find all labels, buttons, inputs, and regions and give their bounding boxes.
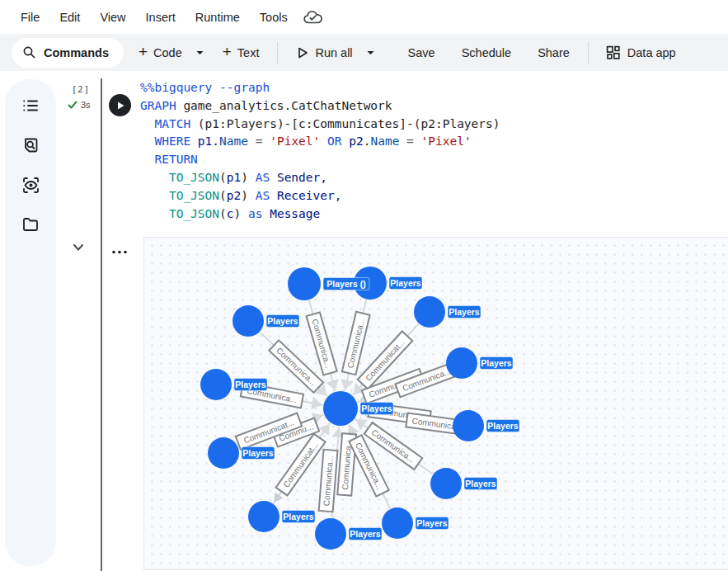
execution-status: 3s: [68, 100, 91, 110]
node-label: Players: [416, 518, 448, 528]
code-line: %%bigquery --graph: [140, 79, 500, 97]
graph-node[interactable]: [446, 347, 477, 379]
menu-tools[interactable]: Tools: [260, 11, 288, 24]
chevron-down-icon: [195, 50, 204, 56]
save-label: Save: [408, 46, 435, 59]
graph-node[interactable]: [248, 501, 279, 532]
graph-node[interactable]: [430, 468, 462, 499]
code-line: TO_JSON(p2) AS Receiver,: [140, 187, 500, 205]
graph-node[interactable]: [232, 305, 264, 337]
run-all-button[interactable]: Run all: [288, 38, 360, 68]
schedule-button[interactable]: Schedule: [453, 38, 519, 68]
graph-node[interactable]: [414, 296, 445, 328]
collapse-output-chevron[interactable]: [72, 241, 85, 256]
table-of-contents-icon[interactable]: [21, 97, 40, 115]
node-label: Players (): [326, 279, 365, 289]
run-all-label: Run all: [315, 46, 352, 59]
menu-file[interactable]: File: [21, 11, 40, 24]
node-label: Players: [390, 278, 421, 288]
node-label: Players: [267, 316, 298, 326]
graph-node[interactable]: [315, 518, 346, 550]
node-label: Players: [449, 307, 480, 317]
edge-label: Communica...: [319, 450, 338, 512]
graph-node[interactable]: [200, 369, 232, 400]
graph-node[interactable]: [208, 437, 239, 469]
code-line: RETURN: [140, 151, 500, 169]
plus-icon: +: [223, 44, 232, 59]
menu-runtime[interactable]: Runtime: [195, 11, 240, 24]
left-sidebar: [5, 79, 56, 566]
toolbar: Commands + Code + Text Run all Save Sche…: [0, 34, 728, 71]
add-code-label: Code: [153, 46, 182, 59]
node-label: Players: [283, 512, 314, 521]
edge-label: Communica...: [307, 312, 337, 375]
add-code-dropdown[interactable]: [190, 38, 209, 68]
add-text-button[interactable]: + Text: [214, 38, 268, 68]
edge-arrowhead: [311, 397, 322, 410]
play-icon: [115, 101, 125, 111]
run-all-dropdown[interactable]: [361, 38, 380, 68]
graph-node[interactable]: [453, 410, 484, 441]
search-icon: [22, 45, 36, 59]
graph-output-panel[interactable]: Communica...Communica...Communicat...Com…: [143, 237, 728, 570]
code-line: TO_JSON(p1) AS Sender,: [140, 169, 500, 187]
commands-button[interactable]: Commands: [12, 38, 124, 68]
edge-arrowhead: [356, 419, 368, 430]
share-label: Share: [538, 46, 570, 59]
dashboard-icon: [605, 45, 621, 60]
chevron-down-icon: [366, 50, 375, 56]
node-label: Players: [350, 529, 381, 539]
network-graph[interactable]: Communica...Communica...Communicat...Com…: [144, 238, 728, 571]
menu-insert[interactable]: Insert: [146, 11, 176, 24]
node-label: Players: [235, 380, 266, 389]
edge-arrowhead: [318, 424, 329, 436]
menu-view[interactable]: View: [100, 11, 125, 24]
add-text-label: Text: [237, 46, 260, 59]
menu-edit[interactable]: Edit: [59, 11, 80, 24]
output-options-button[interactable]: [110, 243, 129, 258]
variable-inspector-icon[interactable]: [21, 176, 40, 194]
toolbar-divider: [277, 42, 278, 64]
node-label: Players: [242, 448, 274, 458]
svg-text:Communica...: Communica...: [275, 346, 317, 387]
menu-bar: File Edit View Insert Runtime Tools: [0, 0, 728, 34]
add-code-button[interactable]: + Code: [130, 38, 190, 68]
graph-node[interactable]: [323, 391, 358, 426]
chevron-down-icon: [72, 243, 85, 252]
files-icon[interactable]: [21, 215, 40, 234]
code-line: MATCH (p1:Players)-[c:Communicates]-(p2:…: [140, 116, 500, 134]
graph-node[interactable]: [382, 507, 413, 539]
cell-left-border: [101, 78, 102, 571]
edge-arrowhead: [274, 492, 283, 502]
share-button[interactable]: Share: [529, 38, 578, 68]
edge-arrowhead: [341, 379, 354, 390]
code-line: WHERE p1.Name = 'Pixel' OR p2.Name = 'Pi…: [140, 133, 500, 151]
edge-label: Communica...: [342, 312, 370, 375]
save-button[interactable]: Save: [400, 38, 444, 68]
commands-label: Commands: [44, 46, 109, 59]
execution-count: [2]: [72, 84, 90, 94]
svg-text:Communica...: Communica...: [370, 427, 417, 465]
node-label: Players: [487, 421, 519, 431]
find-in-document-icon[interactable]: [21, 136, 40, 154]
plus-icon: +: [139, 44, 148, 59]
notebook-area: [2] 3s %%bigquery --graphGRAPH game_anal…: [0, 71, 728, 571]
data-app-label: Data app: [627, 46, 676, 59]
execution-time: 3s: [81, 100, 91, 110]
node-label: Players: [465, 479, 496, 488]
graph-node[interactable]: [288, 267, 321, 300]
code-editor[interactable]: %%bigquery --graphGRAPH game_analytics.C…: [140, 79, 500, 223]
more-horizontal-icon: [110, 249, 129, 255]
code-line: TO_JSON(c) as Message: [140, 205, 500, 224]
cloud-saved-icon: [303, 8, 324, 26]
svg-text:Communicat...: Communicat...: [281, 441, 319, 489]
play-icon: [296, 46, 309, 59]
run-cell-button[interactable]: [109, 94, 131, 116]
check-icon: [68, 100, 77, 110]
data-app-button[interactable]: Data app: [599, 45, 683, 60]
code-line: GRAPH game_analytics.CatChatNetwork: [140, 97, 500, 116]
toolbar-divider: [588, 42, 589, 64]
node-label: Players: [481, 358, 512, 368]
schedule-label: Schedule: [462, 46, 511, 59]
node-label: Players: [361, 403, 392, 413]
